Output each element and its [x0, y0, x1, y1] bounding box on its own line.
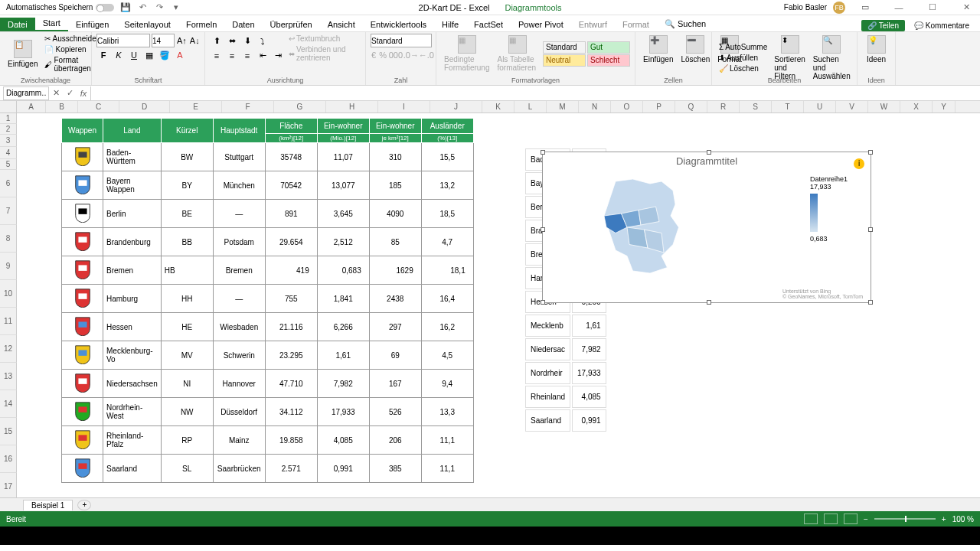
tab-hilfe[interactable]: Hilfe	[434, 18, 466, 31]
table-row[interactable]: Rheinland-Pfalz RP Mainz 19.858 4,085 20…	[62, 426, 474, 455]
align-bottom-icon[interactable]: ⬇	[240, 34, 254, 48]
tab-formeln[interactable]: Formeln	[178, 18, 224, 31]
ribbon-options-icon[interactable]: ▭	[851, 0, 879, 15]
percent-icon[interactable]: %	[378, 48, 387, 62]
redo-icon[interactable]: ↷	[154, 2, 165, 13]
col-header[interactable]: O	[611, 101, 643, 112]
zoom-slider[interactable]	[874, 518, 936, 520]
row-header[interactable]: 12	[0, 335, 17, 363]
paste-button[interactable]: 📋 Einfügen	[5, 38, 41, 70]
autosave-toggle[interactable]: Automatisches Speichern	[6, 3, 114, 11]
sort-filter-button[interactable]: ⬍Sortieren und Filtern	[771, 34, 808, 82]
col-header[interactable]: T	[772, 101, 804, 112]
insert-cells-button[interactable]: ➕Einfügen	[640, 34, 676, 65]
undo-icon[interactable]: ↶	[137, 2, 148, 13]
col-header[interactable]: W	[868, 101, 900, 112]
fill-button[interactable]: ⬇ Ausfüllen	[717, 53, 769, 63]
indent-inc-icon[interactable]: ⇥	[271, 49, 285, 63]
page-layout-view-icon[interactable]	[824, 514, 838, 524]
col-header[interactable]: G	[274, 101, 326, 112]
minimize-icon[interactable]: —	[885, 0, 913, 15]
col-header[interactable]: Y	[933, 101, 956, 112]
qat-dropdown-icon[interactable]: ▾	[171, 2, 181, 13]
table-row[interactable]: Mecklenburg-Vo MV Schwerin 23.295 1,61 6…	[62, 341, 474, 370]
table-row[interactable]: Niedersachsen NI Hannover 47.710 7,982 1…	[62, 370, 474, 398]
sheet-tab[interactable]: Beispiel 1	[23, 500, 73, 510]
col-header[interactable]: E	[170, 101, 222, 112]
number-format-select[interactable]	[371, 34, 432, 47]
style-gut[interactable]: Gut	[587, 41, 630, 54]
row-header[interactable]: 17	[0, 473, 17, 497]
dec-decimal-icon[interactable]: ←.0	[420, 48, 433, 62]
accept-formula-icon[interactable]: ✓	[63, 88, 77, 98]
share-button[interactable]: 🔗 Teilen	[861, 20, 905, 31]
table-row[interactable]: Nordrhein-West NW Düsseldorf 34.112 17,9…	[62, 398, 474, 426]
cancel-formula-icon[interactable]: ✕	[49, 88, 63, 98]
tab-ansicht[interactable]: Ansicht	[320, 18, 363, 31]
row-header[interactable]: 4	[0, 147, 17, 159]
row-header[interactable]: 13	[0, 363, 17, 390]
align-middle-icon[interactable]: ⬌	[225, 34, 239, 48]
col-header[interactable]: L	[514, 101, 547, 112]
underline-button[interactable]: U	[127, 48, 141, 62]
row-header[interactable]: 15	[0, 418, 17, 445]
decrease-font-icon[interactable]: A↓	[189, 34, 201, 47]
row-header[interactable]: 2	[0, 124, 17, 135]
col-header[interactable]: F	[222, 101, 274, 112]
row-header[interactable]: 10	[0, 280, 17, 308]
add-sheet-button[interactable]: +	[77, 500, 91, 510]
orientation-icon[interactable]: ⤵	[256, 34, 270, 48]
col-header[interactable]: A	[17, 101, 46, 112]
italic-button[interactable]: K	[112, 48, 126, 62]
tab-daten[interactable]: Daten	[224, 18, 262, 31]
row-header[interactable]: 14	[0, 390, 17, 418]
autosum-button[interactable]: Σ AutoSumme	[717, 42, 769, 52]
col-header[interactable]: J	[430, 101, 482, 112]
col-header[interactable]: D	[119, 101, 170, 112]
save-icon[interactable]: 💾	[120, 2, 131, 13]
fill-color-button[interactable]: 🪣	[158, 48, 172, 62]
border-button[interactable]: ▦	[142, 48, 156, 62]
font-color-button[interactable]: A	[173, 48, 187, 62]
col-header[interactable]: P	[643, 101, 675, 112]
align-right-icon[interactable]: ≡	[240, 49, 254, 63]
indent-dec-icon[interactable]: ⇤	[256, 49, 270, 63]
thousands-icon[interactable]: 000	[389, 48, 403, 62]
row-header[interactable]: 8	[0, 225, 17, 253]
select-all-corner[interactable]	[0, 101, 17, 112]
table-row[interactable]: Hessen HE Wiesbaden 21.116 6,266 297 16,…	[62, 313, 474, 341]
increase-font-icon[interactable]: A↑	[176, 34, 188, 47]
table-row[interactable]: Bremen HB Bremen 419 0,683 1629 18,1	[62, 256, 474, 285]
row-header[interactable]: 6	[0, 170, 17, 197]
tab-powerpivot[interactable]: Power Pivot	[511, 18, 571, 31]
col-header[interactable]: B	[46, 101, 78, 112]
map-chart[interactable]: i Diagrammtitel Datenreihe1 17,933 0,683…	[542, 152, 871, 303]
inc-decimal-icon[interactable]: .0→	[404, 48, 418, 62]
style-schlecht[interactable]: Schlecht	[587, 54, 630, 67]
col-header[interactable]: V	[836, 101, 868, 112]
normal-view-icon[interactable]	[804, 514, 818, 524]
align-center-icon[interactable]: ≡	[225, 49, 239, 63]
comments-button[interactable]: 💬 Kommentare	[910, 20, 974, 31]
col-header[interactable]: U	[804, 101, 836, 112]
tab-entwurf[interactable]: Entwurf	[571, 18, 615, 31]
table-row[interactable]: Hamburg HH — 755 1,841 2438 16,4	[62, 285, 474, 313]
currency-icon[interactable]: €	[371, 48, 377, 62]
style-neutral[interactable]: Neutral	[543, 54, 586, 67]
find-select-button[interactable]: 🔍Suchen und Auswählen	[810, 34, 854, 82]
tab-factset[interactable]: FactSet	[466, 18, 511, 31]
col-header[interactable]: X	[900, 101, 933, 112]
zoom-level[interactable]: 100 %	[952, 515, 974, 523]
info-icon[interactable]: i	[854, 158, 864, 169]
delete-cells-button[interactable]: ➖Löschen	[678, 34, 713, 65]
col-header[interactable]: C	[78, 101, 119, 112]
table-row[interactable]: Brandenburg BB Potsdam 29.654 2,512 85 4…	[62, 228, 474, 256]
formula-input[interactable]	[90, 86, 980, 100]
maximize-icon[interactable]: ☐	[919, 0, 946, 15]
close-icon[interactable]: ✕	[952, 0, 980, 15]
clear-button[interactable]: 🧹 Löschen	[717, 64, 769, 73]
table-row[interactable]: Saarland SL Saarbrücken 2.571 0,991 385 …	[62, 455, 474, 483]
col-header[interactable]: M	[547, 101, 579, 112]
tab-ueberpruefen[interactable]: Überprüfen	[263, 18, 320, 31]
row-header[interactable]: 11	[0, 308, 17, 335]
